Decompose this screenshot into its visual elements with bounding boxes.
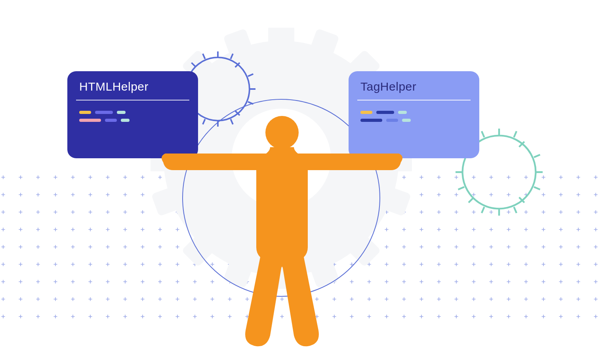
svg-rect-1 <box>268 28 294 49</box>
code-token <box>79 111 91 114</box>
code-token <box>95 111 113 114</box>
card-title: HTMLHelper <box>67 71 198 100</box>
diagram-stage: HTMLHelper TagHelper <box>0 0 610 364</box>
code-token <box>117 111 126 114</box>
svg-point-18 <box>265 116 299 149</box>
code-token <box>121 119 130 122</box>
code-token <box>79 119 101 122</box>
card-title: TagHelper <box>349 71 479 100</box>
code-token <box>105 119 117 122</box>
accessibility-person-icon <box>147 111 417 352</box>
